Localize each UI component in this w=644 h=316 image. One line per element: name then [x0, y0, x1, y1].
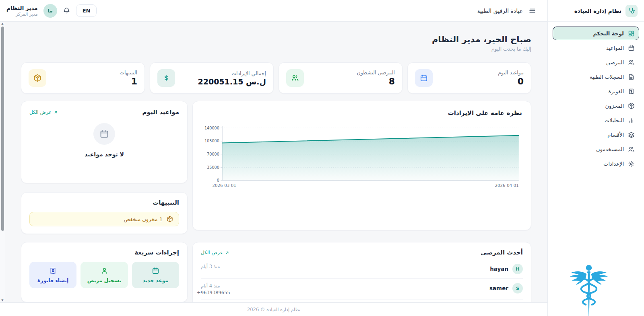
- package-icon: [29, 69, 46, 87]
- latest-patients-card: أحدث المرضى عرض الكل H hayan: [192, 242, 531, 302]
- footer-text: نظام إدارة العيادة © 2026: [247, 307, 300, 312]
- notifications-bell-icon[interactable]: [63, 7, 70, 14]
- patients-view-all-link[interactable]: عرض الكل: [201, 250, 229, 255]
- scrollbar-up-arrow[interactable]: ▲: [1, 22, 3, 26]
- patient-row[interactable]: [201, 300, 523, 302]
- appointments-view-all-link[interactable]: عرض الكل: [29, 109, 58, 115]
- appointments-card-title: مواعيد اليوم: [142, 109, 179, 116]
- patient-avatar: S: [512, 283, 523, 293]
- top-header: عيادة الرفيق الطبية EN ما مدير النظام مد…: [0, 0, 547, 22]
- create-invoice-button[interactable]: إنشاء فاتورة: [29, 262, 76, 288]
- patient-name: samer: [489, 285, 508, 291]
- today-appointments-card: مواعيد اليوم عرض الكل لا توجد مواعيد: [21, 101, 188, 183]
- svg-text:105000: 105000: [204, 139, 219, 143]
- stat-card-alerts: التنبيهات 1: [21, 62, 145, 94]
- view-all-label: عرض الكل: [201, 250, 223, 255]
- action-label: تسجيل مريض: [87, 277, 121, 283]
- patient-time: منذ 4 أيام: [201, 283, 230, 289]
- file-text-icon: [628, 74, 635, 80]
- sidebar-item-billing[interactable]: الفوترة: [553, 84, 639, 98]
- app-root: نظام إدارة العيادة لوحة التحكم المواعيد …: [0, 0, 644, 316]
- stat-label: المرضى النشطون: [357, 70, 395, 76]
- users-icon: [286, 69, 304, 87]
- view-all-label: عرض الكل: [29, 109, 52, 115]
- appointments-empty-state: لا توجد مواعيد: [29, 123, 179, 158]
- content-scroll-area: صباح الخير، مدير النظام إليك ما يحدث الي…: [0, 22, 547, 302]
- page-subtitle: إليك ما يحدث اليوم: [21, 46, 531, 52]
- quick-actions-card: إجراءات سريعة موعد جديد تسجيل مريض: [21, 242, 188, 302]
- svg-text:70000: 70000: [207, 152, 219, 156]
- low-stock-alert[interactable]: 1 مخزون منخفض: [29, 212, 179, 226]
- stat-label: التنبيهات: [120, 70, 137, 76]
- scrollbar-thumb[interactable]: [1, 27, 4, 231]
- sidebar-item-departments[interactable]: الأقسام: [553, 128, 639, 142]
- sidebar-item-users[interactable]: المستخدمون: [553, 142, 639, 156]
- stat-card-active-patients: المرضى النشطون 8: [279, 62, 402, 94]
- user-name: مدير النظام: [6, 5, 38, 11]
- bar-chart-icon: [628, 117, 635, 124]
- sidebar-item-label: السجلات الطبية: [590, 74, 624, 80]
- user-role: مدير المركز: [6, 12, 38, 17]
- alert-text: 1 مخزون منخفض: [124, 216, 163, 222]
- scrollbar-down-arrow[interactable]: ▼: [1, 298, 3, 302]
- menu-toggle-button[interactable]: [528, 6, 537, 15]
- package-icon: [167, 216, 173, 222]
- hamburger-icon: [528, 7, 536, 14]
- layers-icon: [628, 131, 635, 138]
- revenue-overview-card: نظرة عامة على الإيرادات 0350007000010500…: [192, 101, 531, 230]
- sidebar-item-settings[interactable]: الإعدادات: [553, 157, 639, 170]
- app-title: نظام إدارة العيادة: [574, 8, 621, 14]
- stat-value: 8: [357, 76, 395, 86]
- sidebar-nav: لوحة التحكم المواعيد المرضى السجلات الطب…: [548, 22, 644, 175]
- language-button[interactable]: EN: [76, 4, 97, 17]
- patient-row[interactable]: S samer منذ 4 أيام +9639389655: [201, 279, 523, 300]
- sidebar-item-label: المخزون: [605, 103, 624, 109]
- sidebar-item-label: التحليلات: [605, 117, 624, 123]
- register-patient-button[interactable]: تسجيل مريض: [80, 262, 128, 288]
- sidebar-item-appointments[interactable]: المواعيد: [553, 41, 639, 55]
- action-label: إنشاء فاتورة: [37, 277, 68, 283]
- receipt-icon: [628, 88, 635, 95]
- stat-value: 0: [498, 76, 524, 86]
- sidebar-item-patients[interactable]: المرضى: [553, 55, 639, 69]
- sidebar-item-dashboard[interactable]: لوحة التحكم: [553, 27, 639, 40]
- external-link-icon: [54, 110, 58, 115]
- patient-time: منذ 3 أيام: [201, 264, 220, 269]
- svg-text:35000: 35000: [207, 165, 219, 170]
- sidebar-item-label: الفوترة: [609, 88, 624, 94]
- sidebar-item-inventory[interactable]: المخزون: [553, 99, 639, 113]
- stats-row: مواعيد اليوم 0 المرضى النشطون 8 إجمالي ا…: [21, 62, 531, 94]
- external-link-icon: [225, 250, 229, 255]
- caduceus-logo: [566, 263, 612, 316]
- patient-row[interactable]: H hayan منذ 3 أيام: [201, 259, 523, 279]
- alerts-card-title: التنبيهات: [29, 199, 179, 206]
- patient-name: hayan: [490, 266, 508, 272]
- sidebar-item-label: الأقسام: [607, 132, 624, 138]
- page-title: صباح الخير، مدير النظام: [21, 35, 531, 44]
- svg-text:2026-03-01: 2026-03-01: [213, 183, 236, 188]
- revenue-card-title: نظرة عامة على الإيرادات: [448, 109, 522, 117]
- users-icon: [628, 59, 635, 66]
- users-icon: [628, 146, 635, 153]
- layout-dashboard-icon: [628, 30, 635, 37]
- alerts-card: التنبيهات 1 مخزون منخفض: [21, 192, 188, 234]
- sidebar-item-label: الإعدادات: [603, 161, 624, 167]
- stat-card-total-revenue: إجمالي الإيرادات 220051.15 ل.س: [150, 62, 274, 94]
- sidebar-item-medical-records[interactable]: السجلات الطبية: [553, 70, 639, 84]
- svg-text:140000: 140000: [204, 126, 219, 130]
- user-avatar[interactable]: ما: [43, 4, 57, 18]
- svg-text:2026-04-01: 2026-04-01: [495, 183, 519, 188]
- stethoscope-icon: [625, 5, 638, 17]
- new-appointment-button[interactable]: موعد جديد: [132, 262, 179, 288]
- svg-text:0: 0: [217, 178, 219, 183]
- patient-avatar: H: [512, 264, 523, 274]
- sidebar-item-analytics[interactable]: التحليلات: [553, 113, 639, 127]
- calendar-icon: [628, 45, 635, 51]
- user-icon: [101, 267, 108, 275]
- calendar-icon: [152, 267, 159, 275]
- stat-label: إجمالي الإيرادات: [198, 70, 266, 76]
- vertical-scrollbar: ▲ ▼: [0, 22, 5, 302]
- revenue-area-chart: 035000700001050001400002026-03-012026-04…: [202, 123, 522, 195]
- stat-value: 220051.15 ل.س: [198, 77, 266, 86]
- sidebar-item-label: المواعيد: [606, 45, 624, 51]
